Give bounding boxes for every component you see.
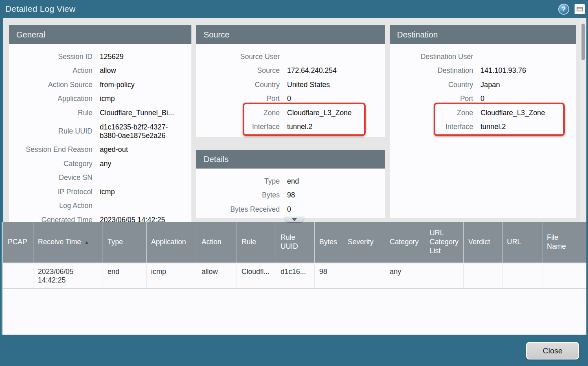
col-header-file-name[interactable]: File Name	[542, 222, 583, 263]
field-label: Action	[9, 67, 92, 75]
cell-application: icmp	[147, 264, 197, 288]
splitter-collapse-handle[interactable]	[285, 217, 304, 222]
col-header-severity[interactable]: Severity	[343, 222, 385, 263]
field-source-port: Port 0	[196, 92, 385, 106]
table-row[interactable]: 2023/06/05 14:42:25 end icmp allow Cloud…	[3, 264, 586, 289]
field-value: United States	[287, 81, 385, 89]
help-icon[interactable]: ?	[558, 4, 569, 15]
field-session-end-reason: Session End Reason aged-out	[9, 143, 191, 157]
field-label: Zone	[390, 109, 473, 117]
field-source-interface: Interface tunnel.2	[196, 120, 385, 134]
field-label: Bytes	[196, 191, 280, 199]
col-header-verdict[interactable]: Verdict	[464, 222, 502, 263]
col-header-rule-uuid[interactable]: Rule UUID	[276, 222, 315, 263]
field-category: Category any	[9, 157, 191, 171]
field-value: Japan	[480, 81, 576, 89]
field-source: Source 172.64.240.254	[196, 64, 385, 78]
field-destination-port: Port 0	[390, 92, 576, 106]
window-restore-icon[interactable]	[575, 4, 585, 14]
col-header-application[interactable]: Application	[147, 222, 197, 263]
panel-source: Source Source User Source 172.64.240.254…	[196, 25, 385, 137]
titlebar: Detailed Log View ?	[0, 0, 588, 18]
field-value: end	[287, 177, 385, 186]
field-label: Bytes Received	[196, 206, 280, 213]
field-label: Source User	[196, 53, 280, 61]
field-label: Destination	[390, 67, 473, 75]
field-label: Category	[9, 160, 92, 168]
field-destination-zone: Zone Cloudflare_L3_Zone	[390, 106, 576, 120]
sort-asc-icon: ▲	[84, 239, 89, 245]
field-label: Interface	[390, 123, 473, 131]
field-value: 141.101.93.76	[480, 66, 576, 75]
field-ip-protocol: IP Protocol icmp	[9, 185, 191, 199]
field-value: 125629	[100, 53, 191, 61]
field-log-action: Log Action	[9, 199, 191, 213]
field-label: Interface	[196, 123, 280, 131]
cell-url-category-list	[425, 264, 464, 288]
cell-bytes: 98	[315, 264, 343, 288]
field-label: Rule UUID	[9, 127, 92, 135]
panel-destination: Destination Destination User Destination…	[390, 25, 576, 218]
field-rule-uuid: Rule UUID d1c16235-b2f2-4327-b380-0ae187…	[9, 120, 191, 143]
field-label: Action Source	[9, 81, 92, 89]
field-label: Port	[196, 95, 280, 103]
col-header-type[interactable]: Type	[103, 222, 147, 263]
scrollbar-thumb[interactable]	[581, 24, 585, 60]
field-action-source: Action Source from-policy	[9, 78, 191, 92]
cell-action: allow	[197, 264, 237, 288]
page-title: Detailed Log View	[5, 4, 75, 14]
field-destination-interface: Interface tunnel.2	[390, 120, 576, 134]
field-value: icmp	[100, 188, 191, 196]
field-value: Cloudflare_Tunnel_Bi...	[100, 109, 191, 117]
field-session-id: Session ID 125629	[9, 50, 191, 64]
field-source-zone: Zone Cloudflare_L3_Zone	[196, 106, 385, 120]
field-label: Port	[390, 95, 473, 103]
field-label: Country	[196, 81, 280, 89]
field-label: Country	[390, 81, 473, 89]
col-header-action[interactable]: Action	[197, 222, 237, 263]
field-value: Cloudflare_L3_Zone	[287, 109, 385, 117]
field-value: 0	[287, 205, 385, 214]
help-glyph: ?	[562, 6, 566, 13]
field-label: Application	[9, 95, 92, 103]
field-action: Action allow	[9, 64, 191, 78]
field-value: 172.64.240.254	[287, 66, 385, 75]
field-label: Generated Time	[9, 216, 92, 222]
field-value: from-policy	[100, 81, 191, 89]
field-value: tunnel.2	[480, 123, 576, 131]
field-destination: Destination 141.101.93.76	[390, 64, 576, 78]
field-device-sn: Device SN	[9, 171, 191, 185]
field-value: 98	[287, 191, 385, 199]
field-label: IP Protocol	[9, 188, 92, 196]
close-button[interactable]: Close	[526, 342, 579, 359]
col-header-pcap[interactable]: PCAP	[3, 222, 33, 263]
field-value: allow	[100, 66, 191, 75]
field-generated-time: Generated Time 2023/06/05 14:42:25	[9, 213, 191, 222]
field-label: Log Action	[9, 202, 92, 210]
col-header-url[interactable]: URL	[502, 222, 542, 263]
field-type: Type end	[196, 174, 385, 188]
field-value: 0	[480, 94, 576, 103]
field-label: Zone	[196, 109, 280, 117]
field-label: Device SN	[9, 174, 92, 182]
col-header-category[interactable]: Category	[385, 222, 425, 263]
cell-url	[502, 264, 542, 288]
panel-details: Details Type end Bytes 98 Bytes Received…	[196, 150, 385, 218]
field-label: Session ID	[9, 53, 92, 61]
col-header-url-category-list[interactable]: URL Category List	[425, 222, 464, 263]
panel-source-header: Source	[196, 25, 385, 44]
cell-category: any	[385, 264, 425, 288]
field-value: icmp	[100, 94, 191, 103]
scrollbar-track[interactable]	[580, 18, 586, 222]
field-label: Source	[196, 67, 280, 75]
field-source-user: Source User	[196, 50, 385, 64]
chevron-down-icon	[292, 218, 297, 221]
field-label: Session End Reason	[9, 146, 92, 153]
panel-general: General Session ID 125629 Action allow A…	[9, 25, 191, 222]
panel-general-header: General	[9, 25, 191, 44]
col-header-receive-time[interactable]: Receive Time ▲	[33, 222, 103, 263]
panel-destination-header: Destination	[390, 25, 576, 44]
log-table: PCAP Receive Time ▲ Type Application Act…	[2, 222, 586, 335]
col-header-bytes[interactable]: Bytes	[315, 222, 343, 263]
col-header-rule[interactable]: Rule	[237, 222, 276, 263]
